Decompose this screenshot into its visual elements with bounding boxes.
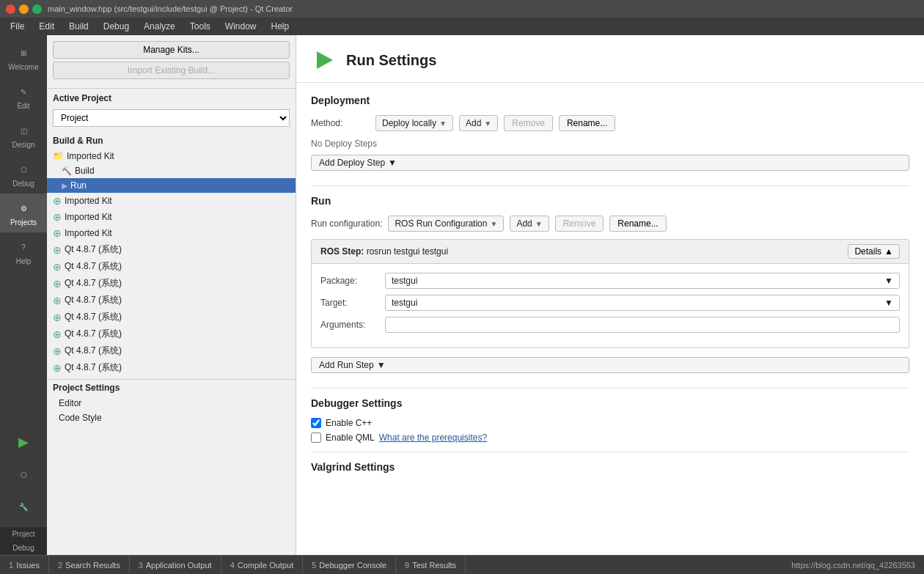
circle-icon-qt7: ⊕ <box>53 345 62 357</box>
circle-icon-2: ⊕ <box>53 211 62 223</box>
arguments-input[interactable] <box>385 317 900 333</box>
sidebar-item-build-tools[interactable]: 🔧 <box>0 492 47 521</box>
tree-imported-2[interactable]: ⊕ Imported Kit <box>47 209 296 225</box>
add-run-arrow: ▼ <box>535 220 543 228</box>
sidebar-item-welcome[interactable]: ⊞ Welcome <box>0 38 47 77</box>
status-tab-app-output[interactable]: 3 Application Output <box>130 556 221 574</box>
add-deploy-step-label: Add Deploy Step <box>319 158 385 168</box>
remove-deploy-btn[interactable]: Remove <box>504 115 553 131</box>
main-area: ⊞ Welcome ✎ Edit ◫ Design ⬡ Debug ⚙ Proj… <box>0 35 924 555</box>
menu-edit[interactable]: Edit <box>32 20 62 33</box>
add-run-step-btn[interactable]: Add Run Step ▼ <box>311 357 909 373</box>
import-existing-button[interactable]: Import Existing Build... <box>53 62 290 79</box>
target-dropdown[interactable]: testgui ▼ <box>385 295 900 311</box>
tree-qt-3[interactable]: ⊕ Qt 4.8.7 (系统) <box>47 275 296 292</box>
sidebar-item-design[interactable]: ◫ Design <box>0 116 47 155</box>
add-deploy-step-btn[interactable]: Add Deploy Step ▼ <box>311 155 909 171</box>
content-body: Deployment Method: Deploy locally ▼ Add … <box>296 83 924 493</box>
settings-editor[interactable]: Editor <box>47 396 296 411</box>
menu-file[interactable]: File <box>3 20 32 33</box>
status-tab-compile[interactable]: 4 Compile Output <box>221 556 304 574</box>
ros-step-box: ROS Step: rosrun testgui testgui Details… <box>311 239 909 348</box>
panel-top: Manage Kits... Import Existing Build... <box>47 35 296 89</box>
rename-deploy-btn[interactable]: Rename... <box>559 115 615 131</box>
tree-imported-3[interactable]: ⊕ Imported Kit <box>47 225 296 241</box>
run-section: Run Run configuration: ROS Run Configura… <box>311 195 909 373</box>
target-value: testgui <box>392 298 417 308</box>
menu-help[interactable]: Help <box>264 20 297 33</box>
tree-run[interactable]: ▶ Run <box>47 178 296 193</box>
sidebar-item-run[interactable]: ▶ <box>0 427 47 457</box>
search-num: 2 <box>58 561 62 570</box>
circle-icon-qt3: ⊕ <box>53 278 62 290</box>
add-run-config-btn[interactable]: Add ▼ <box>510 216 549 232</box>
minimize-button[interactable] <box>19 4 29 14</box>
add-deploy-method-btn[interactable]: Add ▼ <box>459 115 498 131</box>
tree-qt-2[interactable]: ⊕ Qt 4.8.7 (系统) <box>47 258 296 275</box>
sidebar-item-projects[interactable]: ⚙ Projects <box>0 194 47 232</box>
tree-imported-1[interactable]: ⊕ Imported Kit <box>47 193 296 209</box>
status-url: https://blog.csdn.net/qq_42263553 <box>782 561 924 570</box>
status-tab-debugger-console[interactable]: 5 Debugger Console <box>303 556 396 574</box>
sidebar-item-edit[interactable]: ✎ Edit <box>0 77 47 116</box>
add-deploy-arrow: ▼ <box>484 119 491 128</box>
divider-2 <box>311 388 909 389</box>
valgrind-section: Valgrind Settings <box>311 461 909 473</box>
status-tab-test-results[interactable]: 9 Test Results <box>396 556 466 574</box>
titlebar: main_window.hpp (src/testgui/include/tes… <box>0 0 924 18</box>
tree-qt-7[interactable]: ⊕ Qt 4.8.7 (系统) <box>47 342 296 359</box>
package-arrow: ▼ <box>884 276 893 286</box>
tree-qt-7-label: Qt 4.8.7 (系统) <box>65 345 122 357</box>
menu-build[interactable]: Build <box>62 20 96 33</box>
enable-cpp-checkbox[interactable] <box>311 418 321 428</box>
menu-analyze[interactable]: Analyze <box>136 20 183 33</box>
circle-icon-qt1: ⊕ <box>53 244 62 256</box>
tree-qt-1[interactable]: ⊕ Qt 4.8.7 (系统) <box>47 241 296 258</box>
tree-qt-4[interactable]: ⊕ Qt 4.8.7 (系统) <box>47 292 296 309</box>
test-results-label: Test Results <box>412 561 456 570</box>
target-row: Target: testgui ▼ <box>320 295 900 311</box>
ros-step-command: rosrun testgui testgui <box>367 246 448 257</box>
rename-run-btn[interactable]: Rename... <box>609 216 666 232</box>
status-tab-search-results[interactable]: 2 Search Results <box>49 556 130 574</box>
add-deploy-step-arrow: ▼ <box>388 158 397 168</box>
tree-build[interactable]: 🔨 Build <box>47 163 296 178</box>
tree-qt-6[interactable]: ⊕ Qt 4.8.7 (系统) <box>47 325 296 342</box>
details-btn[interactable]: Details ▲ <box>848 244 900 259</box>
tree-imported-kit[interactable]: 📁 Imported Kit <box>47 149 296 163</box>
menu-window[interactable]: Window <box>218 20 264 33</box>
tree-run-label: Run <box>70 180 87 191</box>
enable-cpp-label: Enable C++ <box>326 418 372 428</box>
sidebar-item-debug[interactable]: ⬡ Debug <box>0 155 47 194</box>
menu-debug[interactable]: Debug <box>96 20 136 33</box>
sidebar-item-help[interactable]: ? Help <box>0 232 47 271</box>
arguments-label: Arguments: <box>320 320 379 330</box>
statusbar: 1 Issues 2 Search Results 3 Application … <box>0 555 924 574</box>
enable-qml-checkbox[interactable] <box>311 433 321 443</box>
run-config-dropdown[interactable]: ROS Run Configuration ▼ <box>388 216 504 232</box>
content-scroll-wrapper: Run Settings Deployment Method: Deploy l… <box>296 35 924 555</box>
remove-run-btn[interactable]: Remove <box>555 216 604 232</box>
edit-icon: ✎ <box>15 83 32 100</box>
maximize-button[interactable] <box>32 4 42 14</box>
help-icon: ? <box>15 238 32 256</box>
settings-code-style[interactable]: Code Style <box>47 411 296 425</box>
prerequisites-link[interactable]: What are the prerequisites? <box>379 433 487 443</box>
tree-qt-5[interactable]: ⊕ Qt 4.8.7 (系统) <box>47 309 296 325</box>
tree-imported-2-label: Imported Kit <box>65 212 112 222</box>
status-tab-issues[interactable]: 1 Issues <box>0 556 49 574</box>
deploy-method-dropdown[interactable]: Deploy locally ▼ <box>375 115 453 131</box>
tree-container: 📁 Imported Kit 🔨 Build ▶ Run ⊕ Imported … <box>47 149 296 555</box>
package-dropdown[interactable]: testgui ▼ <box>385 273 900 289</box>
project-select[interactable]: Project <box>53 109 290 127</box>
sidebar-label-projects: Projects <box>10 218 37 227</box>
circle-icon-qt5: ⊕ <box>53 312 62 323</box>
details-label: Details <box>854 246 881 257</box>
menu-tools[interactable]: Tools <box>183 20 218 33</box>
debug-label: Debug <box>0 541 47 555</box>
manage-kits-button[interactable]: Manage Kits... <box>53 41 290 59</box>
sidebar-item-build-debug[interactable]: ⬡ <box>0 460 47 489</box>
status-tabs: 1 Issues 2 Search Results 3 Application … <box>0 556 466 574</box>
tree-qt-8[interactable]: ⊕ Qt 4.8.7 (系统) <box>47 359 296 376</box>
close-button[interactable] <box>6 4 15 14</box>
